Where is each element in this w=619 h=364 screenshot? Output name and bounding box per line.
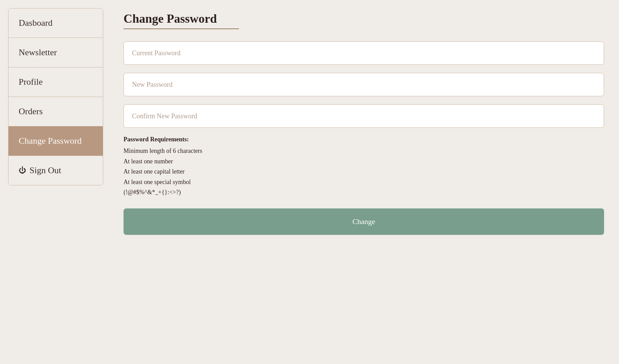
requirement-item: At least one number xyxy=(124,156,604,167)
requirement-item: Minimum length of 6 characters xyxy=(124,146,604,156)
page-title: Change Password xyxy=(124,12,604,26)
requirement-item: (!@#$%^&*_+{}:<>?) xyxy=(124,187,604,198)
sidebar: Dasboard Newsletter Profile Orders Chang… xyxy=(8,8,103,185)
requirements-list: Minimum length of 6 characters At least … xyxy=(124,146,604,198)
sidebar-item-label: Dasboard xyxy=(19,18,53,28)
requirements-title: Password Requirements: xyxy=(124,136,604,143)
confirm-password-input[interactable] xyxy=(124,104,604,128)
sidebar-item-sign-out[interactable]: ⏻ Sign Out xyxy=(8,156,103,185)
password-requirements: Password Requirements: Minimum length of… xyxy=(124,136,604,198)
sidebar-item-change-password[interactable]: Change Password xyxy=(8,126,103,156)
sidebar-item-label: Newsletter xyxy=(19,47,57,57)
sidebar-item-orders[interactable]: Orders xyxy=(8,97,103,126)
requirement-item: At least one special symbol xyxy=(124,177,604,187)
sidebar-item-label: Sign Out xyxy=(30,165,61,176)
requirement-item: At least one capital letter xyxy=(124,166,604,177)
main-content: Change Password Password Requirements: M… xyxy=(117,8,611,356)
sidebar-item-label: Orders xyxy=(19,106,43,116)
sidebar-item-dashboard[interactable]: Dasboard xyxy=(8,8,103,38)
confirm-password-group xyxy=(124,104,604,128)
title-divider xyxy=(124,28,239,29)
current-password-group xyxy=(124,41,604,65)
sidebar-item-label: Change Password xyxy=(19,136,82,146)
new-password-input[interactable] xyxy=(124,73,604,96)
change-password-button[interactable]: Change xyxy=(124,208,604,235)
sidebar-item-newsletter[interactable]: Newsletter xyxy=(8,38,103,67)
current-password-input[interactable] xyxy=(124,41,604,65)
power-icon: ⏻ xyxy=(19,166,26,175)
sidebar-item-profile[interactable]: Profile xyxy=(8,67,103,97)
sidebar-item-label: Profile xyxy=(19,77,43,87)
new-password-group xyxy=(124,73,604,96)
